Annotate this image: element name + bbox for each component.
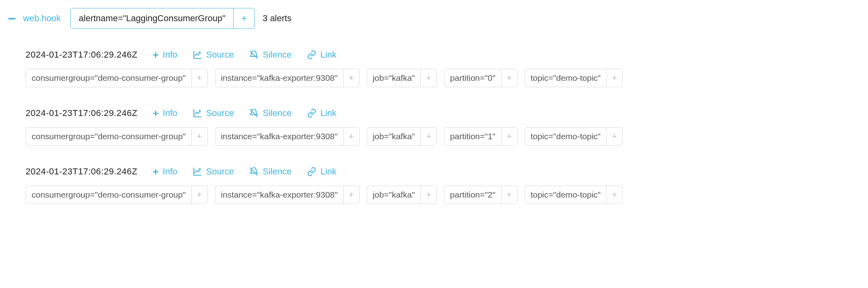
label-text[interactable]: topic="demo-topic" [525,128,606,145]
chart-line-icon [193,167,202,176]
label-chip: consumergroup="demo-consumer-group" + [26,127,208,146]
chart-line-icon [193,108,202,118]
silence-label: Silence [263,50,291,60]
link-icon [307,167,317,176]
alert-block: 2024-01-23T17:06:29.246Z + Info Source [7,108,861,146]
link-label: Link [321,108,336,118]
silence-label: Silence [263,166,291,177]
source-button[interactable]: Source [193,108,234,118]
silence-button[interactable]: Silence [249,108,291,118]
label-chip: instance="kafka-exporter:9308" + [215,186,360,204]
label-add-button[interactable]: + [343,186,359,204]
label-chip: job="kafka" + [367,186,437,204]
link-button[interactable]: Link [307,50,336,60]
label-chip: consumergroup="demo-consumer-group" + [26,186,208,204]
bell-off-icon [249,167,259,176]
label-add-button[interactable]: + [501,128,517,145]
group-filter-label[interactable]: alertname="LaggingConsumerGroup" [71,8,233,28]
label-chip: topic="demo-topic" + [525,69,623,87]
label-chip: partition="1" + [444,127,518,146]
alert-timestamp: 2024-01-23T17:06:29.246Z [26,108,137,118]
label-text[interactable]: consumergroup="demo-consumer-group" [26,186,191,204]
bell-off-icon [249,50,259,60]
link-label: Link [321,50,336,60]
label-chip: job="kafka" + [367,127,437,146]
silence-label: Silence [263,108,291,118]
label-add-button[interactable]: + [343,69,359,87]
label-text[interactable]: consumergroup="demo-consumer-group" [26,69,191,87]
label-add-button[interactable]: + [191,186,207,204]
label-text[interactable]: job="kafka" [367,186,420,204]
source-button[interactable]: Source [193,166,234,177]
link-button[interactable]: Link [307,166,336,177]
label-text[interactable]: instance="kafka-exporter:9308" [215,69,343,87]
alert-block: 2024-01-23T17:06:29.246Z + Info Source [7,50,861,87]
label-add-button[interactable]: + [501,69,517,87]
label-chip: topic="demo-topic" + [525,127,623,146]
info-button[interactable]: + Info [153,50,177,60]
alert-timestamp: 2024-01-23T17:06:29.246Z [26,50,137,60]
alert-timestamp: 2024-01-23T17:06:29.246Z [26,166,137,177]
label-add-button[interactable]: + [420,128,436,145]
labels-row: consumergroup="demo-consumer-group" + in… [26,127,861,146]
label-chip: consumergroup="demo-consumer-group" + [26,69,208,87]
silence-button[interactable]: Silence [249,166,291,177]
alert-count: 3 alerts [263,13,291,24]
source-label: Source [206,166,234,177]
label-add-button[interactable]: + [343,128,359,145]
link-icon [307,108,317,118]
info-label: Info [163,108,177,118]
label-chip: partition="0" + [444,69,518,87]
label-add-button[interactable]: + [606,186,622,204]
label-text[interactable]: topic="demo-topic" [525,69,606,87]
label-text[interactable]: consumergroup="demo-consumer-group" [26,128,191,145]
label-chip: job="kafka" + [367,69,437,87]
collapse-toggle[interactable]: − [7,15,17,22]
link-button[interactable]: Link [307,108,336,118]
label-text[interactable]: partition="0" [444,69,501,87]
label-chip: topic="demo-topic" + [525,186,623,204]
label-text[interactable]: instance="kafka-exporter:9308" [215,128,343,145]
chart-line-icon [193,50,202,60]
labels-row: consumergroup="demo-consumer-group" + in… [26,69,861,87]
label-text[interactable]: job="kafka" [367,69,420,87]
label-add-button[interactable]: + [420,186,436,204]
alert-block: 2024-01-23T17:06:29.246Z + Info Source [7,166,861,204]
source-label: Source [206,108,234,118]
label-add-button[interactable]: + [191,69,207,87]
bell-off-icon [249,108,259,118]
label-chip: instance="kafka-exporter:9308" + [215,69,360,87]
group-filter-chip: alertname="LaggingConsumerGroup" + [70,8,255,29]
label-add-button[interactable]: + [606,128,622,145]
link-icon [307,50,317,60]
info-label: Info [163,166,177,177]
info-label: Info [163,50,177,60]
label-chip: instance="kafka-exporter:9308" + [215,127,360,146]
info-button[interactable]: + Info [153,108,177,118]
receiver-name[interactable]: web.hook [23,13,61,24]
info-button[interactable]: + Info [153,166,177,177]
label-add-button[interactable]: + [501,186,517,204]
label-text[interactable]: partition="1" [444,128,501,145]
label-chip: partition="2" + [444,186,518,204]
label-text[interactable]: partition="2" [444,186,501,204]
label-add-button[interactable]: + [191,128,207,145]
silence-button[interactable]: Silence [249,50,291,60]
link-label: Link [321,166,336,177]
add-filter-button[interactable]: + [233,8,254,28]
label-add-button[interactable]: + [606,69,622,87]
source-button[interactable]: Source [193,50,234,60]
label-text[interactable]: job="kafka" [367,128,420,145]
labels-row: consumergroup="demo-consumer-group" + in… [26,186,861,204]
label-text[interactable]: instance="kafka-exporter:9308" [215,186,343,204]
source-label: Source [206,50,234,60]
label-text[interactable]: topic="demo-topic" [525,186,606,204]
label-add-button[interactable]: + [420,69,436,87]
